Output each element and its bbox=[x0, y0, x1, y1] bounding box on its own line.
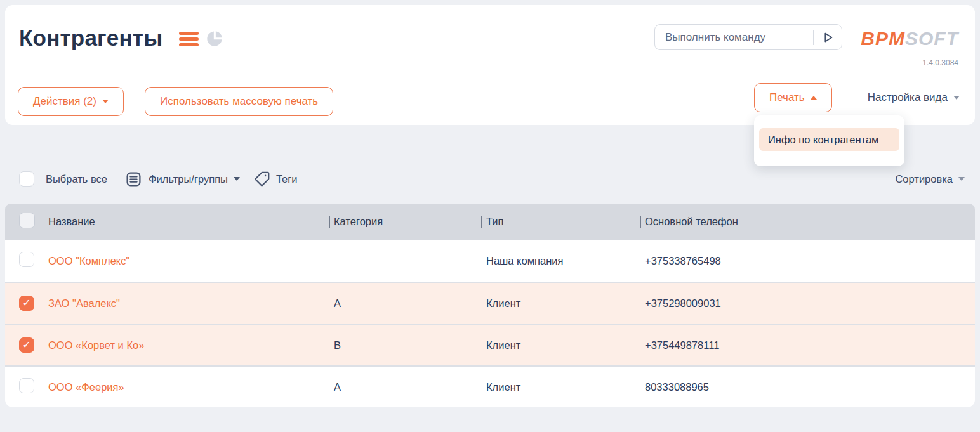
mass-print-button-label: Использовать массовую печать bbox=[160, 95, 318, 108]
table-row[interactable]: ЗАО "Авалекс" A Клиент +375298009031 bbox=[5, 282, 975, 324]
caret-down-icon bbox=[953, 96, 960, 100]
row-checkbox[interactable] bbox=[19, 296, 34, 311]
filter-bar: Выбрать все Фильтры/группы Теги Сортиров… bbox=[19, 170, 965, 188]
cell-type: Наша компания bbox=[481, 255, 640, 267]
header-divider bbox=[19, 70, 958, 70]
filters-icon[interactable] bbox=[125, 171, 142, 188]
cell-category: B bbox=[329, 339, 481, 351]
cell-phone: 80333088965 bbox=[640, 381, 975, 393]
row-checkbox[interactable] bbox=[19, 252, 34, 267]
account-name-link[interactable]: ООО «Феерия» bbox=[48, 381, 124, 393]
row-checkbox[interactable] bbox=[19, 378, 34, 393]
view-settings-label: Настройка вида bbox=[868, 91, 948, 104]
actions-button[interactable]: Действия (2) bbox=[18, 87, 124, 116]
run-command-button[interactable] bbox=[814, 25, 842, 49]
pie-chart-icon[interactable] bbox=[206, 30, 223, 48]
header-card: Контрагенты BPMSOFT 1.4.0.3084 Действия … bbox=[5, 5, 975, 125]
tags-icon[interactable] bbox=[254, 171, 270, 187]
table-row[interactable]: ООО «Корвет и Ко» B Клиент +375449878111 bbox=[5, 324, 975, 365]
filters-groups-dropdown[interactable]: Фильтры/группы bbox=[149, 173, 228, 185]
accounts-table: Название Категория Тип Основной телефон … bbox=[5, 204, 975, 407]
cell-type: Клиент bbox=[481, 339, 640, 351]
account-name-link[interactable]: ООО «Корвет и Ко» bbox=[48, 339, 144, 351]
table-row[interactable]: ООО «Феерия» A Клиент 80333088965 bbox=[5, 365, 975, 407]
column-header-type[interactable]: Тип bbox=[481, 216, 640, 228]
tags-button[interactable]: Теги bbox=[276, 173, 298, 185]
version-label: 1.4.0.3084 bbox=[922, 58, 958, 67]
app-root: Контрагенты BPMSOFT 1.4.0.3084 Действия … bbox=[0, 0, 980, 432]
caret-up-icon bbox=[811, 96, 817, 100]
actions-button-label: Действия (2) bbox=[33, 95, 96, 108]
table-body: ООО "Комплекс" Наша компания +3753387654… bbox=[5, 240, 975, 407]
command-input[interactable] bbox=[655, 31, 813, 44]
column-header-category[interactable]: Категория bbox=[329, 216, 481, 228]
account-name-link[interactable]: ЗАО "Авалекс" bbox=[48, 298, 120, 309]
column-header-name[interactable]: Название bbox=[48, 216, 329, 228]
caret-down-icon bbox=[958, 177, 965, 181]
bpmsoft-logo: BPMSOFT bbox=[861, 28, 958, 49]
mass-print-button[interactable]: Использовать массовую печать bbox=[145, 87, 333, 116]
print-button[interactable]: Печать bbox=[754, 83, 832, 112]
table-header-row: Название Категория Тип Основной телефон bbox=[5, 204, 975, 240]
cell-type: Клиент bbox=[481, 298, 640, 310]
page-title: Контрагенты bbox=[19, 25, 162, 51]
column-header-phone[interactable]: Основной телефон bbox=[640, 216, 975, 228]
cell-category: A bbox=[329, 298, 481, 310]
view-settings-dropdown[interactable]: Настройка вида bbox=[868, 91, 960, 104]
caret-down-icon bbox=[102, 100, 109, 103]
logo-soft-text: SOFT bbox=[905, 28, 958, 49]
header-select-checkbox[interactable] bbox=[19, 213, 35, 228]
caret-down-icon bbox=[234, 177, 240, 181]
select-all-label[interactable]: Выбрать все bbox=[46, 173, 107, 185]
command-bar bbox=[654, 24, 842, 50]
sort-label: Сортировка bbox=[895, 173, 953, 185]
cell-phone: +375338765498 bbox=[640, 255, 975, 267]
cell-phone: +375298009031 bbox=[640, 298, 975, 310]
print-menu-item-info[interactable]: Инфо по контрагентам bbox=[759, 128, 899, 151]
table-row[interactable]: ООО "Комплекс" Наша компания +3753387654… bbox=[5, 240, 975, 282]
cell-category: A bbox=[329, 381, 481, 393]
print-dropdown-menu: Инфо по контрагентам bbox=[754, 115, 904, 166]
account-name-link[interactable]: ООО "Комплекс" bbox=[48, 255, 129, 266]
cell-phone: +375449878111 bbox=[640, 339, 975, 351]
menu-icon[interactable] bbox=[179, 32, 199, 46]
logo-bpm-text: BPM bbox=[861, 28, 905, 49]
select-all-checkbox[interactable] bbox=[19, 171, 34, 187]
cell-type: Клиент bbox=[481, 381, 640, 393]
play-icon bbox=[821, 30, 835, 44]
row-checkbox[interactable] bbox=[19, 337, 34, 353]
sort-dropdown[interactable]: Сортировка bbox=[895, 173, 965, 185]
print-button-label: Печать bbox=[769, 91, 805, 104]
